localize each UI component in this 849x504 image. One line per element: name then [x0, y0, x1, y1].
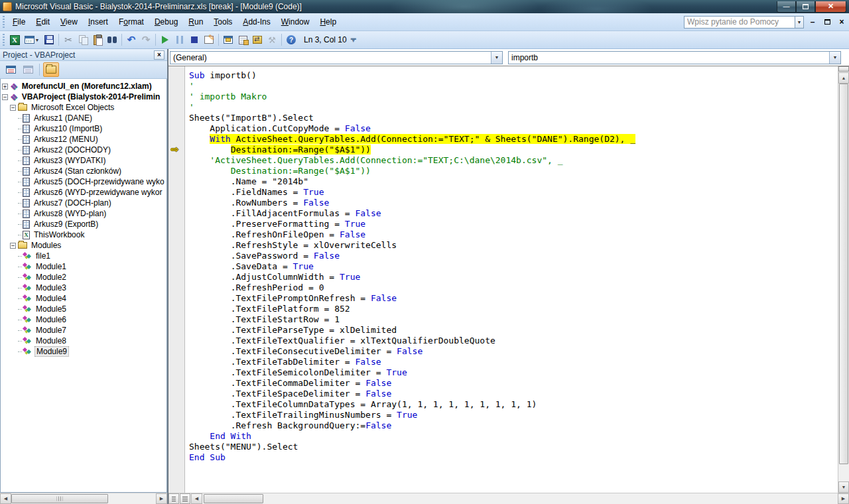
code-line[interactable]: .TextFilePlatform = 852 — [189, 304, 838, 314]
code-line[interactable]: .RowNumbers = False — [189, 198, 838, 208]
tree-item-thisworkbook[interactable]: XThisWorkbook — [2, 229, 166, 240]
toolbox-button[interactable]: ⚒ — [265, 32, 279, 47]
menubar-grip[interactable] — [3, 16, 5, 28]
minimize-button[interactable]: — — [777, 1, 796, 13]
menu-window[interactable]: Window — [276, 15, 315, 29]
code-hscroll-track[interactable] — [202, 493, 838, 504]
code-line[interactable]: Sub importb() — [189, 70, 838, 81]
tree-item-arkusz5-doch-przewidywane-wyko[interactable]: Arkusz5 (DOCH-przewidywane wyko — [2, 176, 166, 187]
properties-window-button[interactable] — [235, 32, 250, 47]
code-line[interactable]: Application.CutCopyMode = False — [189, 123, 838, 134]
help-search-input[interactable]: Wpisz pytanie do Pomocy — [684, 16, 795, 29]
code-text-area[interactable]: Sub importb()'' importb Makro'Sheets("Im… — [185, 66, 838, 493]
run-button[interactable] — [158, 32, 172, 47]
tree-item-arkusz1-dane[interactable]: Arkusz1 (DANE) — [2, 113, 166, 123]
copy-button[interactable] — [76, 32, 90, 47]
mdi-minimize-button[interactable]: – — [807, 16, 818, 28]
code-line[interactable]: End Sub — [189, 452, 838, 463]
scroll-right-button[interactable]: ▶ — [838, 493, 849, 504]
code-line[interactable]: .TextFileSpaceDelimiter = False — [189, 389, 838, 399]
cut-button[interactable]: ✂ — [61, 32, 76, 47]
code-line[interactable]: End With — [189, 431, 838, 442]
tree-item-module2[interactable]: Module2 — [2, 272, 166, 283]
code-line[interactable]: .Name = "2014b" — [189, 176, 838, 187]
code-line[interactable]: .TextFileConsecutiveDelimiter = False — [189, 346, 838, 357]
tree-item-module8[interactable]: Module8 — [2, 336, 166, 346]
chevron-down-icon[interactable]: ▼ — [491, 52, 502, 64]
mdi-restore-button[interactable] — [821, 16, 833, 28]
collapse-icon[interactable]: − — [10, 105, 16, 111]
code-line[interactable]: .TextFileSemicolonDelimiter = True — [189, 367, 838, 378]
code-line[interactable]: .TextFileStartRow = 1 — [189, 314, 838, 325]
tree-item-modules[interactable]: −Modules — [2, 240, 166, 251]
code-line[interactable]: ' — [189, 81, 838, 92]
help-search-dropdown-button[interactable]: ▼ — [795, 16, 804, 29]
code-line[interactable]: .RefreshPeriod = 0 — [189, 283, 838, 293]
code-line[interactable]: .TextFileParseType = xlDelimited — [189, 325, 838, 336]
tree-item-module5[interactable]: Module5 — [2, 304, 166, 314]
tree-item-module9[interactable]: Module9 — [2, 346, 166, 357]
tree-item-arkusz6-wyd-przewidywane-wykor[interactable]: Arkusz6 (WYD-przewidywane wykor — [2, 187, 166, 198]
tree-item-arkusz10-importb[interactable]: Arkusz10 (ImportB) — [2, 123, 166, 134]
vscroll-track[interactable] — [838, 464, 849, 481]
code-line[interactable]: Sheets("ImportB").Select — [189, 113, 838, 123]
paste-button[interactable] — [90, 32, 105, 47]
tree-item-module4[interactable]: Module4 — [2, 293, 166, 304]
scroll-right-button[interactable]: ▶ — [156, 493, 167, 504]
code-line[interactable]: .PreserveFormatting = True — [189, 219, 838, 229]
view-code-button[interactable] — [3, 62, 19, 77]
code-line[interactable]: .TextFileTrailingMinusNumbers = True — [189, 410, 838, 420]
collapse-icon[interactable]: − — [10, 243, 16, 249]
tree-item-file1[interactable]: file1 — [2, 251, 166, 261]
code-line[interactable]: .TextFileColumnDataTypes = Array(1, 1, 1… — [189, 399, 838, 410]
collapse-icon[interactable]: − — [2, 94, 8, 100]
procedure-view-button[interactable] — [168, 493, 179, 504]
split-handle[interactable] — [838, 66, 849, 72]
menu-add-ins[interactable]: Add-Ins — [237, 15, 275, 29]
code-vscrollbar[interactable]: ▲ ▼ — [838, 66, 849, 493]
tree-item-arkusz12-menu[interactable]: Arkusz12 (MENU) — [2, 134, 166, 145]
code-line[interactable]: ' importb Makro — [189, 92, 838, 102]
code-line[interactable]: .TextFilePromptOnRefresh = False — [189, 293, 838, 304]
hscroll-thumb[interactable] — [11, 494, 108, 503]
object-browser-button[interactable] — [250, 32, 265, 47]
project-tree-hscrollbar[interactable]: ◀ ▶ — [0, 493, 167, 504]
code-line[interactable]: ' — [189, 102, 838, 113]
view-excel-button[interactable]: X — [7, 32, 22, 47]
tree-item-morefuncui-en-morefunc12-xlam[interactable]: +❖MorefuncUI_en (Morefunc12.xlam) — [2, 81, 166, 92]
object-dropdown[interactable]: (General) ▼ — [170, 51, 503, 64]
reset-button[interactable] — [187, 32, 202, 47]
tree-item-arkusz3-wydatki[interactable]: Arkusz3 (WYDATKI) — [2, 155, 166, 166]
project-panel-header[interactable]: Project - VBAProject × — [0, 49, 167, 61]
code-line[interactable]: .RefreshOnFileOpen = False — [189, 229, 838, 240]
toolbar-overflow-button[interactable]: ▬▼ — [351, 37, 356, 42]
code-line[interactable]: .RefreshStyle = xlOverwriteCells — [189, 240, 838, 251]
full-module-view-button[interactable] — [180, 493, 190, 504]
tree-item-module6[interactable]: Module6 — [2, 314, 166, 325]
help-button[interactable]: ? — [284, 32, 298, 47]
project-explorer-button[interactable] — [221, 32, 235, 47]
tree-item-microsoft-excel-objects[interactable]: −Microsoft Excel Objects — [2, 102, 166, 113]
close-button[interactable]: ✕ — [815, 1, 846, 13]
code-line[interactable]: .TextFileTextQualifier = xlTextQualifier… — [189, 336, 838, 346]
code-line[interactable]: .Refresh BackgroundQuery:=False — [189, 420, 838, 431]
expand-icon[interactable]: + — [2, 84, 8, 90]
menu-file[interactable]: File — [7, 15, 31, 29]
code-line[interactable]: .FillAdjacentFormulas = False — [189, 208, 838, 219]
tree-item-vbaproject-bialystok-2014-prelimin[interactable]: −❖VBAProject (Bialystok-2014-Prelimin — [2, 92, 166, 102]
scroll-down-button[interactable]: ▼ — [838, 481, 849, 493]
code-line[interactable]: .AdjustColumnWidth = True — [189, 272, 838, 283]
code-line[interactable]: 'ActiveSheet.QueryTables.Add(Connection:… — [189, 155, 838, 166]
menu-run[interactable]: Run — [183, 15, 208, 29]
code-line[interactable]: Destination:=Range("$A$1")) — [189, 145, 838, 155]
code-line[interactable]: Destination:=Range("$A$1")) — [189, 166, 838, 176]
tree-item-module7[interactable]: Module7 — [2, 325, 166, 336]
save-button[interactable] — [42, 32, 56, 47]
toggle-folders-button[interactable] — [43, 62, 59, 77]
find-button[interactable] — [105, 32, 119, 47]
undo-button[interactable]: ↶ — [124, 32, 139, 47]
menu-debug[interactable]: Debug — [149, 15, 183, 29]
menu-format[interactable]: Format — [113, 15, 149, 29]
vscroll-thumb[interactable] — [839, 84, 848, 464]
tree-item-arkusz4-stan-cz-onk-w[interactable]: Arkusz4 (Stan członków) — [2, 166, 166, 176]
